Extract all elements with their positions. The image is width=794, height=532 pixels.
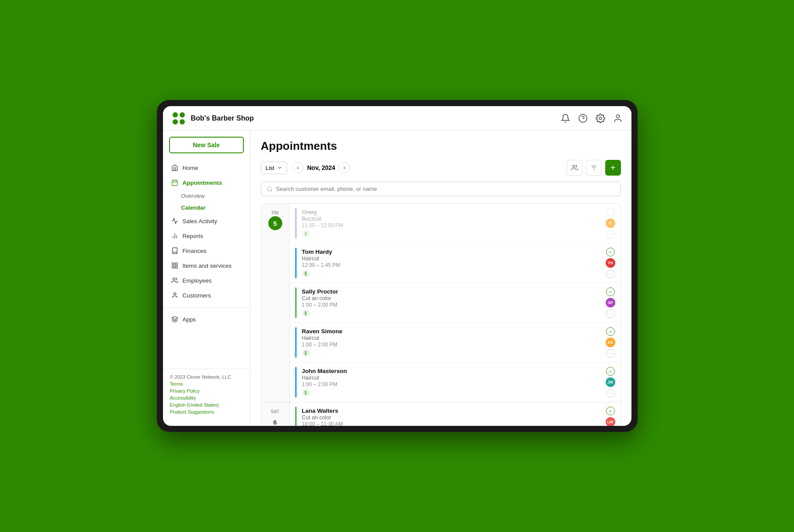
appointment-time: 1:00 – 2:00 PM — [302, 302, 602, 308]
more-button[interactable]: ⋯ — [606, 230, 615, 238]
appointment-row[interactable]: Lana Walters Cut an color 10:00 – 11:30 … — [290, 402, 621, 426]
dollar-indicator: $ — [302, 349, 310, 357]
appointments-list: Lana Walters Cut an color 10:00 – 11:30 … — [289, 402, 621, 426]
day-label: SAT 6 — [261, 402, 289, 426]
appointment-bar — [295, 208, 297, 238]
sidebar-item-home[interactable]: Home — [163, 160, 250, 175]
group-button[interactable] — [567, 160, 582, 176]
sidebar-item-reports[interactable]: Reports — [163, 228, 250, 243]
settings-icon[interactable] — [596, 114, 605, 123]
appointment-info: Raven Simone Haircut 1:00 – 2:00 PM $ — [302, 328, 602, 357]
avatar: LW — [606, 417, 615, 426]
appointment-info: Tom Hardy Haircut 12:00 – 1:45 PM $ — [302, 249, 602, 277]
day-name: FRI — [271, 211, 278, 215]
sidebar-footer: © 2023 Clover Network, LLC Terms Privacy… — [163, 369, 250, 420]
appointment-row[interactable]: Tom Hardy Haircut 12:00 – 1:45 PM $ ✓ TH… — [290, 243, 621, 283]
view-label: List — [266, 165, 274, 171]
customers-icon — [171, 292, 178, 299]
new-sale-button[interactable]: New Sale — [169, 137, 244, 153]
home-icon — [171, 164, 178, 171]
check-button[interactable] — [606, 208, 615, 217]
appointment-name: Tom Hardy — [302, 249, 602, 255]
appointment-bar — [295, 287, 297, 318]
more-button[interactable]: ⋯ — [606, 389, 615, 397]
clover-logo — [172, 111, 186, 125]
accessibility-link[interactable]: Accessibility — [170, 395, 243, 401]
appointment-name: Craig — [302, 209, 602, 215]
check-button[interactable]: ✓ — [606, 327, 615, 336]
svg-rect-0 — [173, 112, 178, 117]
finances-icon — [171, 247, 178, 254]
svg-point-4 — [579, 114, 586, 122]
header-icons — [561, 114, 623, 123]
sidebar-item-appointments[interactable]: Appointments — [163, 175, 250, 190]
sidebar-item-customers[interactable]: Customers — [163, 288, 250, 303]
check-button[interactable]: ✓ — [606, 248, 615, 256]
copyright: © 2023 Clover Network, LLC — [170, 374, 231, 380]
suggestions-link[interactable]: Product Suggestions — [170, 409, 243, 415]
appointment-bar — [295, 327, 297, 358]
toolbar: List ‹ Nov, 2024 › — [261, 160, 621, 176]
appointment-name: Sally Proctor — [302, 288, 602, 295]
sidebar-item-apps[interactable]: Apps — [163, 312, 250, 327]
privacy-link[interactable]: Privacy Policy — [170, 388, 243, 394]
month-navigation: ‹ Nov, 2024 › — [292, 162, 350, 173]
add-appointment-button[interactable]: + — [605, 160, 621, 176]
sidebar-item-employees[interactable]: Employees — [163, 273, 250, 288]
check-button[interactable]: ✓ — [606, 287, 615, 296]
appointment-row[interactable]: John Masterson Haircut 1:00 – 2:00 PM $ … — [290, 363, 621, 402]
day-name: SAT — [271, 409, 279, 414]
appointment-row[interactable]: Sally Proctor Cut an color 1:00 – 2:00 P… — [290, 283, 621, 323]
avatar: TH — [606, 258, 615, 268]
user-icon[interactable] — [613, 114, 623, 123]
appointment-info: Craig Buzzcut 11:00 – 12:00 PM $ — [302, 209, 602, 238]
nav-divider — [163, 307, 250, 307]
view-select[interactable]: List — [261, 162, 287, 174]
sidebar-item-items-services[interactable]: Items and services — [163, 258, 250, 273]
avatar: JM — [606, 377, 615, 387]
appointment-time: 1:00 – 2:00 PM — [302, 342, 602, 348]
svg-rect-15 — [172, 263, 174, 265]
reports-icon — [171, 232, 178, 239]
more-button[interactable]: ⋯ — [606, 309, 615, 318]
sidebar-sub-overview[interactable]: Overview — [163, 190, 250, 202]
sidebar-item-finances[interactable]: Finances — [163, 243, 250, 258]
appointment-info: Sally Proctor Cut an color 1:00 – 2:00 P… — [302, 288, 602, 317]
appointments-list: Craig Buzzcut 11:00 – 12:00 PM $ C ⋯ Tom… — [289, 204, 621, 402]
check-button[interactable]: ✓ — [606, 407, 615, 415]
appointment-row[interactable]: Craig Buzzcut 11:00 – 12:00 PM $ C ⋯ — [290, 204, 621, 243]
svg-rect-18 — [172, 266, 174, 268]
bell-icon[interactable] — [561, 114, 570, 123]
next-month-button[interactable]: › — [339, 162, 350, 173]
finances-label: Finances — [183, 248, 207, 254]
appointment-bar — [295, 248, 297, 278]
appointment-actions: C ⋯ — [606, 208, 615, 238]
more-button[interactable]: ⋯ — [606, 269, 615, 278]
appointment-time: 1:00 – 2:00 PM — [302, 381, 602, 387]
more-button[interactable]: ⋯ — [606, 349, 615, 358]
appointment-row[interactable]: Raven Simone Haircut 1:00 – 2:00 PM $ ✓ … — [290, 323, 621, 363]
search-input[interactable] — [276, 186, 615, 192]
svg-point-20 — [173, 293, 176, 295]
day-group-6: SAT 6 Lana Walters Cut an color 10:00 – … — [261, 402, 621, 426]
sidebar-sub-calendar[interactable]: Calendar — [163, 202, 250, 214]
prev-month-button[interactable]: ‹ — [292, 162, 304, 173]
help-icon[interactable] — [578, 114, 588, 123]
shop-name: Bob's Barber Shop — [191, 114, 561, 122]
appointment-time: 11:00 – 12:00 PM — [302, 222, 602, 228]
filter-button[interactable] — [586, 160, 602, 176]
appointment-bar — [295, 407, 297, 426]
appointment-actions: ✓ RS ⋯ — [606, 327, 615, 358]
appointment-name: John Masterson — [302, 368, 602, 374]
day-label: FRI 5 — [261, 204, 289, 402]
check-button[interactable]: ✓ — [606, 367, 615, 376]
terms-link[interactable]: Terms — [170, 381, 243, 387]
items-label: Items and services — [183, 263, 232, 269]
avatar: RS — [606, 338, 615, 347]
day-number: 6 — [268, 415, 282, 426]
sidebar: New Sale Home — [163, 131, 250, 426]
language-link[interactable]: English (United States) — [170, 402, 243, 408]
appointments-container: FRI 5 Craig Buzzcut 11:00 – 12:00 PM $ C… — [261, 203, 621, 426]
sidebar-item-sales-activity[interactable]: Sales Activity — [163, 214, 250, 228]
dollar-indicator: $ — [302, 230, 310, 238]
